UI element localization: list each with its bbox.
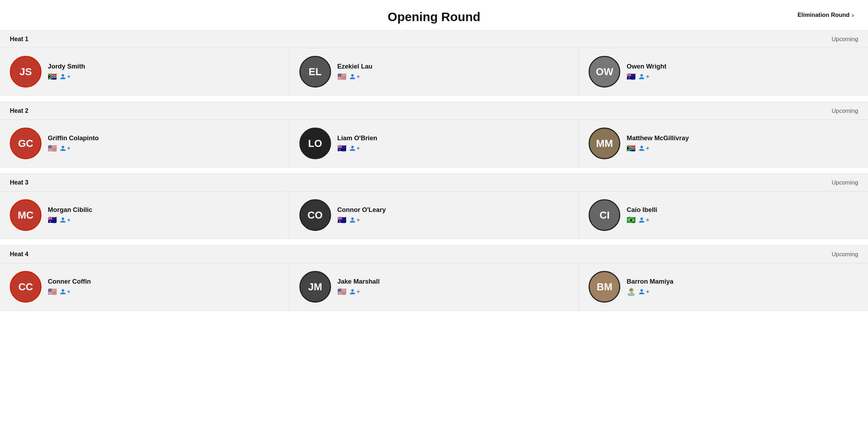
follow-plus: +	[357, 145, 360, 151]
avatar-initials: CO	[300, 200, 330, 230]
next-round-link[interactable]: Elimination Round ›	[797, 11, 854, 19]
country-flag-icon: 🇺🇸	[48, 144, 57, 153]
person-icon	[60, 145, 66, 151]
avatar-initials: MC	[11, 200, 40, 230]
heat-section-heat1: Heat 1UpcomingJSJordy Smith🇿🇦+ELEzekiel …	[0, 30, 868, 96]
follow-button[interactable]: +	[639, 73, 649, 80]
surfer-meta: 🇿🇦+	[48, 72, 85, 81]
country-flag-icon: 🇿🇦	[48, 72, 57, 81]
page-header: Opening Round Elimination Round ›	[0, 0, 868, 30]
heat-label-heat4: Heat 4	[10, 251, 28, 258]
person-icon	[349, 73, 356, 80]
surfer-card-heat4-2: BMBarron Mamiya🏝️+	[579, 263, 868, 310]
follow-plus: +	[357, 217, 360, 223]
surfer-card-heat2-1: LOLiam O'Brien🇦🇺+	[290, 120, 579, 167]
avatar-initials: JM	[300, 272, 330, 302]
follow-button[interactable]: +	[349, 145, 360, 151]
person-icon	[349, 217, 356, 223]
chevron-right-icon: ›	[852, 11, 854, 19]
follow-button[interactable]: +	[639, 145, 649, 151]
avatar-initials: CC	[11, 272, 40, 302]
surfer-card-heat4-0: CCConner Coffin🇺🇸+	[0, 263, 290, 310]
avatar: JS	[10, 56, 41, 88]
follow-button[interactable]: +	[639, 289, 649, 295]
surfer-card-heat4-1: JMJake Marshall🇺🇸+	[290, 263, 579, 310]
surfer-info: Matthew McGillivray🇿🇦+	[627, 134, 689, 153]
avatar: MM	[589, 128, 620, 159]
surfer-meta: 🇦🇺+	[337, 216, 386, 224]
surfer-info: Connor O'Leary🇦🇺+	[337, 206, 386, 224]
person-icon	[60, 73, 66, 80]
country-flag-icon: 🇿🇦	[627, 144, 636, 153]
surfer-card-heat1-1: ELEzekiel Lau🇺🇸+	[290, 48, 579, 95]
follow-button[interactable]: +	[60, 217, 70, 223]
avatar: OW	[589, 56, 620, 88]
follow-button[interactable]: +	[60, 289, 70, 295]
heat-section-heat2: Heat 2UpcomingGCGriffin Colapinto🇺🇸+LOLi…	[0, 102, 868, 167]
avatar: BM	[589, 271, 620, 303]
heat-surfers-heat3: MCMorgan Cibilic🇦🇺+COConnor O'Leary🇦🇺+CI…	[0, 192, 868, 239]
avatar: LO	[299, 128, 331, 159]
follow-plus: +	[646, 73, 649, 80]
surfer-name: Caio Ibelli	[627, 206, 657, 214]
follow-plus: +	[646, 217, 649, 223]
heat-label-heat3: Heat 3	[10, 179, 28, 186]
person-icon	[639, 73, 645, 80]
avatar-initials: LO	[300, 129, 330, 158]
surfer-meta: 🏝️+	[627, 287, 673, 296]
avatar-initials: OW	[590, 57, 619, 86]
follow-button[interactable]: +	[60, 73, 70, 80]
follow-plus: +	[646, 145, 649, 151]
avatar-initials: MM	[590, 129, 619, 158]
person-icon	[60, 217, 66, 223]
surfer-meta: 🇦🇺+	[627, 72, 666, 81]
surfer-info: Jake Marshall🇺🇸+	[337, 278, 380, 296]
country-flag-icon: 🇧🇷	[627, 216, 636, 224]
surfer-name: Ezekiel Lau	[337, 63, 373, 70]
person-icon	[349, 289, 356, 295]
surfer-info: Morgan Cibilic🇦🇺+	[48, 206, 92, 224]
heats-container: Heat 1UpcomingJSJordy Smith🇿🇦+ELEzekiel …	[0, 30, 868, 311]
follow-button[interactable]: +	[349, 217, 360, 223]
page-title: Opening Round	[0, 10, 868, 24]
surfer-name: Morgan Cibilic	[48, 206, 92, 214]
heat-label-heat2: Heat 2	[10, 107, 28, 115]
follow-button[interactable]: +	[60, 145, 70, 151]
heat-section-heat4: Heat 4UpcomingCCConner Coffin🇺🇸+JMJake M…	[0, 245, 868, 311]
avatar: CI	[589, 199, 620, 231]
surfer-info: Griffin Colapinto🇺🇸+	[48, 134, 99, 153]
follow-plus: +	[67, 145, 70, 151]
surfer-card-heat2-2: MMMatthew McGillivray🇿🇦+	[579, 120, 868, 167]
avatar: CO	[299, 199, 331, 231]
surfer-info: Conner Coffin🇺🇸+	[48, 278, 91, 296]
follow-button[interactable]: +	[349, 289, 360, 295]
surfer-meta: 🇺🇸+	[337, 72, 373, 81]
surfer-info: Jordy Smith🇿🇦+	[48, 63, 85, 81]
heat-status-heat4: Upcoming	[831, 251, 858, 258]
follow-plus: +	[357, 73, 360, 80]
next-round-label: Elimination Round	[797, 12, 849, 19]
follow-plus: +	[357, 289, 360, 295]
surfer-card-heat1-0: JSJordy Smith🇿🇦+	[0, 48, 290, 95]
heat-header-heat3: Heat 3Upcoming	[0, 174, 868, 192]
surfer-meta: 🇦🇺+	[48, 216, 92, 224]
surfer-info: Owen Wright🇦🇺+	[627, 63, 666, 81]
heat-surfers-heat2: GCGriffin Colapinto🇺🇸+LOLiam O'Brien🇦🇺+M…	[0, 120, 868, 167]
country-flag-icon: 🇺🇸	[48, 287, 57, 296]
follow-button[interactable]: +	[349, 73, 360, 80]
person-icon	[639, 289, 645, 295]
surfer-meta: 🇺🇸+	[48, 144, 99, 153]
follow-plus: +	[67, 217, 70, 223]
surfer-meta: 🇺🇸+	[48, 287, 91, 296]
follow-button[interactable]: +	[639, 217, 649, 223]
surfer-meta: 🇺🇸+	[337, 287, 380, 296]
surfer-name: Griffin Colapinto	[48, 134, 99, 142]
surfer-name: Barron Mamiya	[627, 278, 673, 285]
follow-plus: +	[67, 289, 70, 295]
surfer-meta: 🇿🇦+	[627, 144, 689, 153]
surfer-name: Owen Wright	[627, 63, 666, 70]
avatar: EL	[299, 56, 331, 88]
country-flag-icon: 🇦🇺	[48, 216, 57, 224]
heat-header-heat1: Heat 1Upcoming	[0, 31, 868, 48]
surfer-card-heat3-0: MCMorgan Cibilic🇦🇺+	[0, 192, 290, 239]
